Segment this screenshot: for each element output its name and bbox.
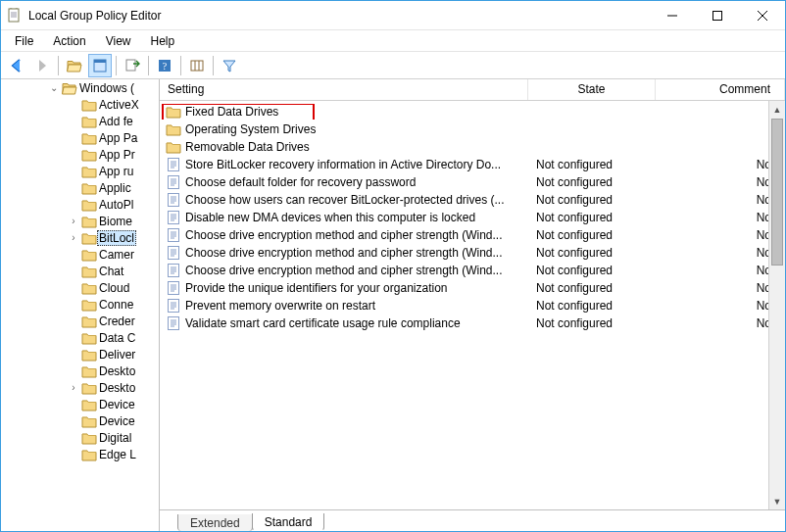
row-label: Choose drive encryption method and ciphe… <box>185 264 503 277</box>
help-icon <box>157 58 172 73</box>
folder-icon <box>81 380 97 396</box>
chevron-right-icon: › <box>72 216 74 226</box>
tree-node[interactable]: Deskto <box>1 363 159 379</box>
scroll-up-icon[interactable]: ▲ <box>769 101 785 118</box>
tree-label: App ru <box>97 165 135 178</box>
maximize-button[interactable] <box>695 1 740 30</box>
folder-icon <box>81 197 97 213</box>
row-label: Provide the unique identifiers for your … <box>185 281 448 295</box>
list-policy-row[interactable]: Choose drive encryption method and ciphe… <box>160 244 785 262</box>
tree-node[interactable]: Edge L <box>1 446 159 462</box>
tree-node[interactable]: ›Biome <box>1 213 159 229</box>
toolbar-separator <box>148 56 149 75</box>
tree-node[interactable]: App ru <box>1 163 159 179</box>
list-policy-row[interactable]: Choose drive encryption method and ciphe… <box>160 226 785 244</box>
up-one-level-button[interactable] <box>63 54 86 77</box>
tree-node[interactable]: Device <box>1 396 159 412</box>
tree-label: Creder <box>97 314 137 328</box>
list-policy-row[interactable]: Choose default folder for recovery passw… <box>160 173 785 191</box>
menu-help[interactable]: Help <box>141 32 185 50</box>
tree-node[interactable]: App Pr <box>1 146 159 163</box>
list-policy-row[interactable]: Choose drive encryption method and ciphe… <box>160 262 785 279</box>
list-policy-row[interactable]: Store BitLocker recovery information in … <box>160 156 785 173</box>
row-label: Operating System Drives <box>185 122 316 136</box>
tree-node[interactable]: ›BitLocl <box>1 229 159 246</box>
menu-action[interactable]: Action <box>43 32 95 50</box>
folder-icon <box>81 130 97 146</box>
tree-node[interactable]: Cloud <box>1 279 159 296</box>
tree-label: App Pa <box>97 131 139 145</box>
scroll-down-icon[interactable]: ▼ <box>769 493 785 509</box>
folder-icon <box>81 363 97 379</box>
tree-node[interactable]: Applic <box>1 179 159 196</box>
tab-standard[interactable]: Standard <box>252 513 325 531</box>
policy-icon <box>166 192 181 208</box>
tree-node[interactable]: ›Deskto <box>1 379 159 396</box>
tree-node[interactable]: App Pa <box>1 129 159 146</box>
maximize-icon <box>712 11 722 21</box>
list-folder-row[interactable]: Fixed Data Drives <box>160 103 785 121</box>
col-header-setting[interactable]: Setting <box>160 79 528 100</box>
row-state: Not configured <box>528 281 656 295</box>
tree-label: Deskto <box>97 364 137 378</box>
row-state: Not configured <box>528 175 656 189</box>
minimize-button[interactable] <box>650 1 695 30</box>
app-icon <box>7 8 23 24</box>
row-state: Not configured <box>528 246 656 260</box>
tree-node[interactable]: Add fe <box>1 113 159 129</box>
row-label: Validate smart card certificate usage ru… <box>185 316 461 330</box>
row-label: Fixed Data Drives <box>185 105 278 119</box>
policy-icon <box>166 227 181 243</box>
folder-up-icon <box>67 58 82 73</box>
folder-icon <box>166 104 181 120</box>
tree-node[interactable]: Chat <box>1 263 159 279</box>
menu-view[interactable]: View <box>96 32 141 50</box>
list-policy-row[interactable]: Choose how users can recover BitLocker-p… <box>160 191 785 209</box>
filter-button[interactable] <box>218 54 241 77</box>
scroll-thumb[interactable] <box>771 119 783 266</box>
list-policy-row[interactable]: Validate smart card certificate usage ru… <box>160 314 785 332</box>
col-header-state[interactable]: State <box>528 79 656 100</box>
tree-node[interactable]: ActiveX <box>1 96 159 113</box>
tree-node[interactable]: Device <box>1 412 159 429</box>
row-label: Prevent memory overwrite on restart <box>185 299 375 313</box>
list-policy-row[interactable]: Disable new DMA devices when this comput… <box>160 209 785 226</box>
tree-node[interactable]: Digital <box>1 429 159 446</box>
list-folder-row[interactable]: Removable Data Drives <box>160 138 785 156</box>
policy-icon <box>166 315 181 331</box>
tree-pane: ⌄Windows (ActiveXAdd feApp PaApp PrApp r… <box>1 79 160 531</box>
window: Local Group Policy Editor File Action Vi… <box>0 0 786 532</box>
export-list-button[interactable] <box>121 54 144 77</box>
folder-icon <box>81 264 97 279</box>
help-button[interactable] <box>153 54 176 77</box>
row-state: Not configured <box>528 316 656 330</box>
tree-node[interactable]: AutoPl <box>1 196 159 213</box>
nav-back-icon <box>9 58 25 73</box>
list-policy-row[interactable]: Provide the unique identifiers for your … <box>160 279 785 297</box>
nav-back-button[interactable] <box>5 54 28 77</box>
tree-label: Windows ( <box>77 81 136 95</box>
col-header-comment[interactable]: Comment <box>656 79 785 100</box>
tab-extended[interactable]: Extended <box>177 514 253 531</box>
tree-node[interactable]: Conne <box>1 296 159 313</box>
menu-file[interactable]: File <box>5 32 43 50</box>
row-state: Not configured <box>528 264 656 277</box>
show-tree-button[interactable] <box>88 54 112 77</box>
row-label: Disable new DMA devices when this comput… <box>185 211 475 224</box>
column-settings-button[interactable] <box>185 54 209 77</box>
close-button[interactable] <box>740 1 785 30</box>
folder-icon <box>81 247 97 263</box>
list-folder-row[interactable]: Operating System Drives <box>160 121 785 138</box>
tree-node[interactable]: Creder <box>1 313 159 329</box>
tree-node[interactable]: Deliver <box>1 346 159 363</box>
row-comment: No <box>656 316 785 330</box>
tree-node[interactable]: Data C <box>1 329 159 346</box>
nav-forward-button[interactable] <box>30 54 54 77</box>
tree-label: Conne <box>97 298 135 312</box>
tree-node[interactable]: Camer <box>1 246 159 263</box>
tree-node-windows[interactable]: ⌄Windows ( <box>1 79 159 96</box>
vertical-scrollbar[interactable]: ▲ ▼ <box>768 101 785 509</box>
row-label: Choose how users can recover BitLocker-p… <box>185 193 504 207</box>
folder-icon <box>81 397 97 412</box>
list-policy-row[interactable]: Prevent memory overwrite on restartNot c… <box>160 297 785 314</box>
